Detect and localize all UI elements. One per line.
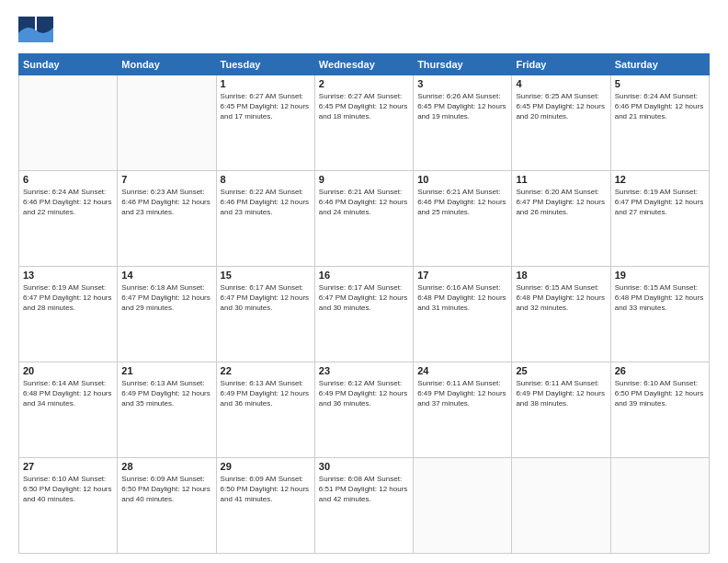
weekday-header-sunday: Sunday — [19, 54, 118, 75]
day-info: Sunrise: 6:10 AM Sunset: 6:50 PM Dayligh… — [23, 474, 113, 505]
weekday-header-saturday: Saturday — [610, 54, 709, 75]
calendar-cell: 26Sunrise: 6:10 AM Sunset: 6:50 PM Dayli… — [610, 362, 709, 458]
calendar-cell: 29Sunrise: 6:09 AM Sunset: 6:50 PM Dayli… — [216, 458, 314, 554]
day-info: Sunrise: 6:11 AM Sunset: 6:49 PM Dayligh… — [417, 378, 507, 409]
calendar-cell: 16Sunrise: 6:17 AM Sunset: 6:47 PM Dayli… — [314, 267, 413, 362]
day-number: 3 — [417, 78, 507, 89]
day-info: Sunrise: 6:10 AM Sunset: 6:50 PM Dayligh… — [615, 378, 705, 409]
calendar-cell: 30Sunrise: 6:08 AM Sunset: 6:51 PM Dayli… — [314, 458, 413, 554]
logo — [18, 17, 57, 44]
calendar-cell — [512, 458, 610, 554]
day-info: Sunrise: 6:23 AM Sunset: 6:46 PM Dayligh… — [121, 187, 211, 218]
day-number: 1 — [221, 78, 311, 89]
calendar-week-row: 27Sunrise: 6:10 AM Sunset: 6:50 PM Dayli… — [19, 458, 710, 554]
day-info: Sunrise: 6:21 AM Sunset: 6:46 PM Dayligh… — [319, 187, 409, 218]
calendar-cell: 2Sunrise: 6:27 AM Sunset: 6:45 PM Daylig… — [314, 75, 413, 171]
weekday-header-tuesday: Tuesday — [216, 54, 314, 75]
day-info: Sunrise: 6:17 AM Sunset: 6:47 PM Dayligh… — [319, 282, 409, 314]
page: SundayMondayTuesdayWednesdayThursdayFrid… — [0, 0, 728, 563]
calendar-cell: 23Sunrise: 6:12 AM Sunset: 6:49 PM Dayli… — [314, 362, 413, 458]
day-number: 9 — [319, 174, 409, 185]
calendar-cell: 15Sunrise: 6:17 AM Sunset: 6:47 PM Dayli… — [216, 267, 314, 362]
day-number: 8 — [221, 174, 311, 185]
day-number: 14 — [121, 270, 211, 281]
calendar-cell: 3Sunrise: 6:26 AM Sunset: 6:45 PM Daylig… — [414, 75, 512, 171]
calendar-cell: 6Sunrise: 6:24 AM Sunset: 6:46 PM Daylig… — [19, 171, 118, 267]
weekday-header-friday: Friday — [512, 54, 610, 75]
calendar-cell: 27Sunrise: 6:10 AM Sunset: 6:50 PM Dayli… — [19, 458, 118, 554]
calendar-cell: 4Sunrise: 6:25 AM Sunset: 6:45 PM Daylig… — [512, 75, 610, 171]
weekday-header-row: SundayMondayTuesdayWednesdayThursdayFrid… — [19, 54, 710, 75]
day-number: 16 — [319, 270, 409, 281]
calendar-cell: 24Sunrise: 6:11 AM Sunset: 6:49 PM Dayli… — [414, 362, 512, 458]
day-number: 5 — [615, 78, 705, 89]
day-number: 23 — [319, 365, 409, 376]
day-info: Sunrise: 6:19 AM Sunset: 6:47 PM Dayligh… — [23, 282, 113, 314]
day-number: 7 — [121, 174, 211, 185]
day-info: Sunrise: 6:21 AM Sunset: 6:46 PM Dayligh… — [417, 187, 507, 218]
day-number: 28 — [121, 461, 211, 472]
day-number: 20 — [23, 365, 113, 376]
calendar-cell: 28Sunrise: 6:09 AM Sunset: 6:50 PM Dayli… — [118, 458, 216, 554]
day-number: 2 — [319, 78, 409, 89]
calendar-cell: 1Sunrise: 6:27 AM Sunset: 6:45 PM Daylig… — [216, 75, 314, 171]
calendar-table: SundayMondayTuesdayWednesdayThursdayFrid… — [18, 53, 710, 554]
calendar-cell: 18Sunrise: 6:15 AM Sunset: 6:48 PM Dayli… — [512, 267, 610, 362]
day-info: Sunrise: 6:15 AM Sunset: 6:48 PM Dayligh… — [516, 282, 606, 314]
day-number: 4 — [516, 78, 606, 89]
calendar-cell: 9Sunrise: 6:21 AM Sunset: 6:46 PM Daylig… — [314, 171, 413, 267]
day-number: 19 — [615, 270, 705, 281]
day-number: 17 — [417, 270, 507, 281]
calendar-cell: 7Sunrise: 6:23 AM Sunset: 6:46 PM Daylig… — [118, 171, 216, 267]
header — [18, 17, 710, 44]
day-info: Sunrise: 6:14 AM Sunset: 6:48 PM Dayligh… — [23, 378, 113, 409]
day-info: Sunrise: 6:09 AM Sunset: 6:50 PM Dayligh… — [121, 474, 211, 505]
day-number: 13 — [23, 270, 113, 281]
day-info: Sunrise: 6:13 AM Sunset: 6:49 PM Dayligh… — [121, 378, 211, 409]
calendar-cell: 13Sunrise: 6:19 AM Sunset: 6:47 PM Dayli… — [19, 267, 118, 362]
day-number: 29 — [221, 461, 311, 472]
weekday-header-monday: Monday — [118, 54, 216, 75]
weekday-header-wednesday: Wednesday — [314, 54, 413, 75]
day-number: 21 — [121, 365, 211, 376]
calendar-cell: 5Sunrise: 6:24 AM Sunset: 6:46 PM Daylig… — [610, 75, 709, 171]
calendar-cell: 14Sunrise: 6:18 AM Sunset: 6:47 PM Dayli… — [118, 267, 216, 362]
calendar-cell: 20Sunrise: 6:14 AM Sunset: 6:48 PM Dayli… — [19, 362, 118, 458]
calendar-cell — [610, 458, 709, 554]
day-info: Sunrise: 6:13 AM Sunset: 6:49 PM Dayligh… — [221, 378, 311, 409]
day-info: Sunrise: 6:27 AM Sunset: 6:45 PM Dayligh… — [221, 91, 311, 122]
weekday-header-thursday: Thursday — [414, 54, 512, 75]
day-number: 26 — [615, 365, 705, 376]
calendar-cell: 25Sunrise: 6:11 AM Sunset: 6:49 PM Dayli… — [512, 362, 610, 458]
calendar-week-row: 20Sunrise: 6:14 AM Sunset: 6:48 PM Dayli… — [19, 362, 710, 458]
day-info: Sunrise: 6:24 AM Sunset: 6:46 PM Dayligh… — [23, 187, 113, 218]
day-info: Sunrise: 6:15 AM Sunset: 6:48 PM Dayligh… — [615, 282, 705, 314]
day-number: 24 — [417, 365, 507, 376]
day-info: Sunrise: 6:11 AM Sunset: 6:49 PM Dayligh… — [516, 378, 606, 409]
day-number: 10 — [417, 174, 507, 185]
calendar-cell: 11Sunrise: 6:20 AM Sunset: 6:47 PM Dayli… — [512, 171, 610, 267]
day-info: Sunrise: 6:19 AM Sunset: 6:47 PM Dayligh… — [615, 187, 705, 218]
calendar-cell: 17Sunrise: 6:16 AM Sunset: 6:48 PM Dayli… — [414, 267, 512, 362]
day-info: Sunrise: 6:27 AM Sunset: 6:45 PM Dayligh… — [319, 91, 409, 122]
calendar-week-row: 13Sunrise: 6:19 AM Sunset: 6:47 PM Dayli… — [19, 267, 710, 362]
day-info: Sunrise: 6:20 AM Sunset: 6:47 PM Dayligh… — [516, 187, 606, 218]
calendar-cell: 10Sunrise: 6:21 AM Sunset: 6:46 PM Dayli… — [414, 171, 512, 267]
day-number: 12 — [615, 174, 705, 185]
day-info: Sunrise: 6:26 AM Sunset: 6:45 PM Dayligh… — [417, 91, 507, 122]
calendar-cell: 8Sunrise: 6:22 AM Sunset: 6:46 PM Daylig… — [216, 171, 314, 267]
calendar-week-row: 1Sunrise: 6:27 AM Sunset: 6:45 PM Daylig… — [19, 75, 710, 171]
day-info: Sunrise: 6:09 AM Sunset: 6:50 PM Dayligh… — [221, 474, 311, 505]
day-number: 11 — [516, 174, 606, 185]
day-number: 15 — [221, 270, 311, 281]
calendar-cell — [118, 75, 216, 171]
day-number: 6 — [23, 174, 113, 185]
calendar-cell — [414, 458, 512, 554]
day-info: Sunrise: 6:22 AM Sunset: 6:46 PM Dayligh… — [221, 187, 311, 218]
day-number: 30 — [319, 461, 409, 472]
calendar-cell: 19Sunrise: 6:15 AM Sunset: 6:48 PM Dayli… — [610, 267, 709, 362]
day-info: Sunrise: 6:16 AM Sunset: 6:48 PM Dayligh… — [417, 282, 507, 314]
day-number: 25 — [516, 365, 606, 376]
day-info: Sunrise: 6:12 AM Sunset: 6:49 PM Dayligh… — [319, 378, 409, 409]
day-number: 27 — [23, 461, 113, 472]
